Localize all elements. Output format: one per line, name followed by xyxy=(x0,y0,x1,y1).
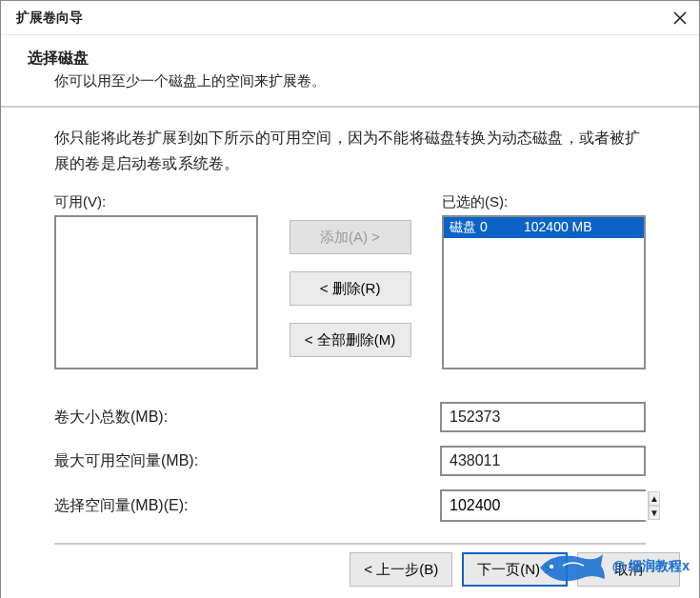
amount-spinner[interactable]: ▲ ▼ xyxy=(440,489,646,522)
available-listbox[interactable] xyxy=(54,215,258,369)
selected-disk-row[interactable]: 磁盘 0 102400 MB xyxy=(444,217,644,238)
transfer-buttons: 添加(A) > < 删除(R) < 全部删除(M) xyxy=(258,193,442,357)
selected-label: 已选的(S): xyxy=(442,193,646,211)
size-fields: 卷大小总数(MB): 152373 最大可用空间量(MB): 438011 选择… xyxy=(54,402,646,522)
close-icon[interactable] xyxy=(670,9,690,28)
wizard-window: 扩展卷向导 选择磁盘 你可以用至少一个磁盘上的空间来扩展卷。 你只能将此卷扩展到… xyxy=(0,0,700,598)
spin-down-icon[interactable]: ▼ xyxy=(649,506,660,520)
disk-size: 102400 MB xyxy=(503,219,638,236)
amount-label: 选择空间量(MB)(E): xyxy=(54,496,440,516)
remove-button[interactable]: < 删除(R) xyxy=(290,271,411,306)
back-button[interactable]: < 上一步(B) xyxy=(350,552,452,587)
remove-all-button[interactable]: < 全部删除(M) xyxy=(290,323,411,357)
cancel-button[interactable]: 取消 xyxy=(577,552,680,587)
spin-arrows: ▲ ▼ xyxy=(648,491,660,520)
max-space-label: 最大可用空间量(MB): xyxy=(54,451,440,471)
add-button[interactable]: 添加(A) > xyxy=(290,220,411,254)
window-title: 扩展卷向导 xyxy=(16,10,83,27)
wizard-body: 你只能将此卷扩展到如下所示的可用空间，因为不能将磁盘转换为动态磁盘，或者被扩展的… xyxy=(1,108,699,554)
wizard-step-sub: 你可以用至少一个磁盘上的空间来扩展卷。 xyxy=(28,72,661,90)
next-button[interactable]: 下一页(N) > xyxy=(462,552,568,587)
disk-name: 磁盘 0 xyxy=(450,219,503,236)
available-label: 可用(V): xyxy=(54,193,258,211)
selected-listbox[interactable]: 磁盘 0 102400 MB xyxy=(442,215,646,369)
total-size-label: 卷大小总数(MB): xyxy=(54,408,440,428)
selected-column: 已选的(S): 磁盘 0 102400 MB xyxy=(442,193,646,369)
titlebar: 扩展卷向导 xyxy=(1,1,699,35)
wizard-footer: < 上一步(B) 下一页(N) > 取消 xyxy=(1,541,699,598)
amount-input[interactable] xyxy=(442,491,648,520)
spin-up-icon[interactable]: ▲ xyxy=(649,491,660,506)
disk-picker: 可用(V): 添加(A) > < 删除(R) < 全部删除(M) 已选的(S):… xyxy=(54,193,646,369)
wizard-header: 选择磁盘 你可以用至少一个磁盘上的空间来扩展卷。 xyxy=(1,35,699,108)
wizard-info-text: 你只能将此卷扩展到如下所示的可用空间，因为不能将磁盘转换为动态磁盘，或者被扩展的… xyxy=(54,125,646,176)
available-column: 可用(V): xyxy=(54,193,258,369)
wizard-step-title: 选择磁盘 xyxy=(28,49,661,69)
max-space-value: 438011 xyxy=(440,446,646,476)
total-size-value: 152373 xyxy=(440,402,646,432)
